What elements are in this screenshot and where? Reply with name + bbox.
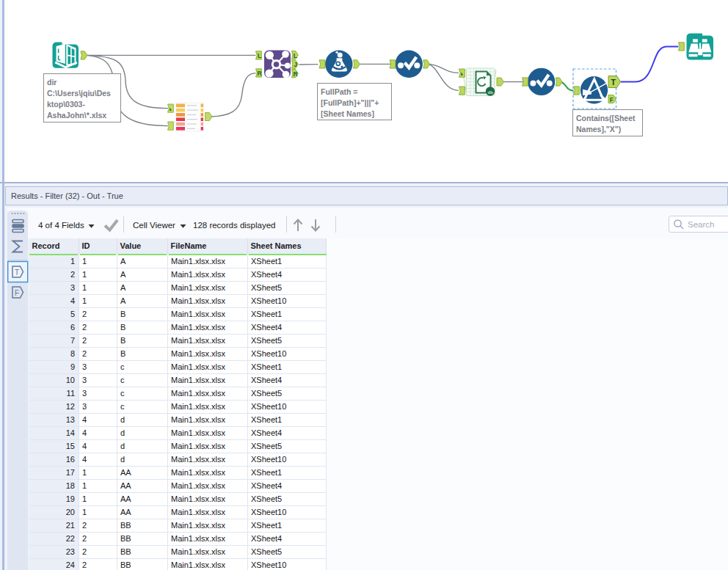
svg-text:T: T xyxy=(611,78,616,87)
svg-text:J: J xyxy=(294,61,297,68)
svg-text:L: L xyxy=(294,52,297,59)
svg-text:L: L xyxy=(258,52,261,59)
svg-text:F: F xyxy=(15,289,19,297)
svg-text:db: db xyxy=(488,90,494,95)
svg-text:T: T xyxy=(15,268,19,277)
svg-text:R: R xyxy=(258,70,262,77)
svg-text:R: R xyxy=(293,70,297,78)
svg-text:F: F xyxy=(610,96,614,103)
